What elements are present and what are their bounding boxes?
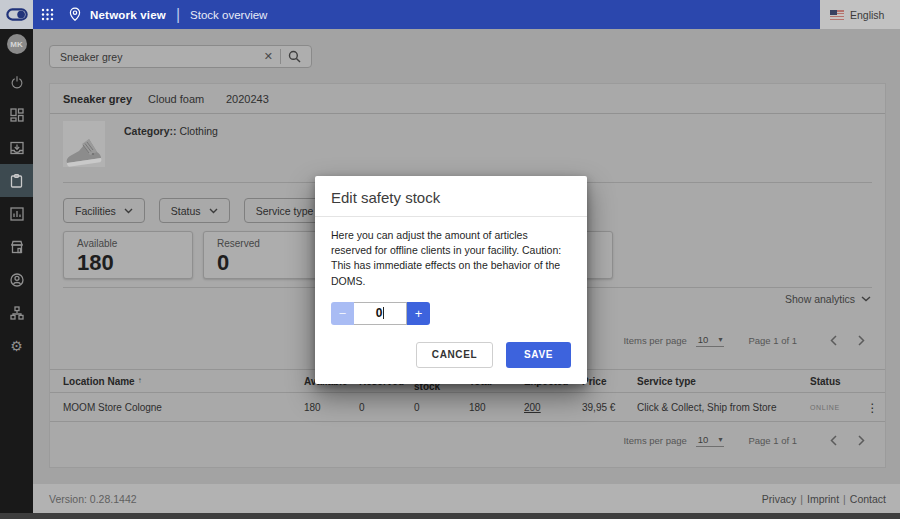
stat-value: 180: [77, 250, 192, 276]
show-analytics-label: Show analytics: [785, 293, 855, 305]
product-category: Category:: Clothing: [124, 125, 218, 137]
imprint-link[interactable]: Imprint: [807, 493, 839, 505]
avatar[interactable]: MK: [7, 34, 27, 54]
page-info: Page 1 of 1: [748, 435, 797, 446]
contact-link[interactable]: Contact: [850, 493, 886, 505]
items-per-page-select[interactable]: 10 ▾: [696, 334, 725, 347]
sidebar-item-settings[interactable]: ⚙: [0, 329, 33, 362]
save-button[interactable]: SAVE: [506, 342, 571, 368]
cell-total: 180: [469, 402, 524, 413]
facilities-filter[interactable]: Facilities: [63, 198, 145, 223]
chevron-down-icon: [209, 208, 218, 214]
dashboard-icon: [10, 108, 24, 122]
items-per-page-select[interactable]: 10 ▾: [696, 434, 725, 447]
chevron-left-icon: [830, 435, 837, 446]
language-selector[interactable]: English: [820, 0, 900, 29]
sidebar-item-dashboard[interactable]: [0, 98, 33, 131]
row-menu-icon[interactable]: ⋮: [860, 401, 885, 415]
sidebar-item-stock[interactable]: [0, 164, 33, 197]
filter-row: Facilities Status Service type: [63, 198, 342, 223]
paginator-top: Items per page 10 ▾ Page 1 of 1: [623, 334, 871, 347]
paginator-bottom: Items per page 10 ▾ Page 1 of 1: [623, 434, 871, 447]
storefront-icon: [10, 240, 24, 254]
us-flag-icon: [830, 10, 844, 20]
footer: Version: 0.28.1442 Privacy|Imprint|Conta…: [33, 484, 900, 513]
status-badge: ONLINE: [810, 404, 860, 411]
category-label: Category::: [124, 125, 177, 137]
app-launcher-icon[interactable]: [41, 8, 54, 21]
sidebar-item-account[interactable]: [0, 263, 33, 296]
clipboard-icon: [10, 174, 23, 188]
sidebar-item-logout[interactable]: [0, 65, 33, 98]
person-icon: [10, 273, 24, 287]
cell-expected-link[interactable]: 200: [524, 402, 582, 413]
stepper-decrement-button[interactable]: −: [331, 302, 354, 325]
sidebar-item-inbox[interactable]: [0, 131, 33, 164]
cell-service-type: Click & Collect, Ship from Store: [637, 402, 810, 413]
app-logo: [0, 0, 33, 29]
sidebar-item-analytics[interactable]: [0, 197, 33, 230]
page-info: Page 1 of 1: [748, 335, 797, 346]
sidebar-item-network[interactable]: [0, 296, 33, 329]
page-title: Network view: [90, 9, 166, 21]
stepper-value-input[interactable]: 0: [354, 302, 407, 325]
select-caret-icon: ▾: [718, 335, 722, 344]
chevron-down-icon: [124, 208, 133, 214]
version-label: Version: 0.28.1442: [49, 493, 137, 505]
stepper-increment-button[interactable]: +: [407, 302, 430, 325]
show-analytics-toggle[interactable]: Show analytics: [785, 293, 871, 305]
cancel-button[interactable]: CANCEL: [416, 342, 493, 368]
facilities-filter-label: Facilities: [75, 205, 116, 217]
chevron-left-icon: [830, 335, 837, 346]
table-row[interactable]: MOOM Store Cologne 180 0 0 180 200 39,95…: [50, 394, 885, 422]
items-per-page-label: Items per page: [623, 335, 686, 346]
sidebar-item-store[interactable]: [0, 230, 33, 263]
dialog-body-text: Here you can adjust the amount of articl…: [315, 217, 587, 289]
safety-stock-stepper: − 0 +: [331, 302, 571, 325]
bottom-edge: [0, 513, 900, 519]
stat-label: Available: [77, 238, 192, 249]
select-caret-icon: ▾: [718, 435, 722, 444]
col-location-name[interactable]: Location Name↑: [63, 376, 304, 387]
top-app-bar: Network view | Stock overview: [33, 0, 820, 29]
dialog-title: Edit safety stock: [315, 176, 587, 217]
text-cursor: [383, 307, 384, 319]
page-subtitle: Stock overview: [190, 9, 267, 21]
bar-chart-icon: [10, 207, 24, 221]
next-page-button[interactable]: [851, 335, 871, 346]
gear-icon: ⚙: [10, 339, 23, 353]
search-bar[interactable]: Sneaker grey ✕: [49, 45, 312, 68]
sort-asc-icon: ↑: [138, 376, 142, 385]
items-per-page-label: Items per page: [623, 435, 686, 446]
next-page-button[interactable]: [851, 435, 871, 446]
search-icon[interactable]: [281, 50, 305, 63]
prev-page-button[interactable]: [823, 335, 843, 346]
network-pin-icon: [68, 7, 82, 22]
brand-logo-icon: [6, 8, 28, 21]
col-price: Price: [582, 376, 637, 387]
power-icon: [10, 75, 24, 89]
product-sku: 2020243: [226, 93, 269, 105]
col-service-type: Service type: [637, 376, 810, 387]
inbox-download-icon: [10, 141, 24, 155]
col-label: Location Name: [63, 376, 135, 387]
status-filter[interactable]: Status: [159, 198, 230, 223]
clear-search-icon[interactable]: ✕: [257, 50, 280, 63]
language-label: English: [850, 9, 884, 21]
search-input[interactable]: Sneaker grey: [60, 51, 257, 63]
stat-card-available: Available 180: [63, 231, 193, 279]
title-separator: |: [176, 6, 180, 24]
chevron-right-icon: [858, 335, 865, 346]
service-type-filter-label: Service type: [256, 205, 314, 217]
prev-page-button[interactable]: [823, 435, 843, 446]
sneaker-image: [65, 137, 103, 167]
cell-reserved: 0: [359, 402, 414, 413]
privacy-link[interactable]: Privacy: [762, 493, 796, 505]
footer-links: Privacy|Imprint|Contact: [762, 493, 886, 505]
link-separator: |: [843, 493, 846, 505]
product-variant: Cloud foam: [148, 93, 226, 105]
product-image: [63, 121, 105, 167]
sidebar-nav: MK: [0, 29, 33, 513]
link-separator: |: [800, 493, 803, 505]
edit-safety-stock-dialog: Edit safety stock Here you can adjust th…: [315, 176, 587, 384]
